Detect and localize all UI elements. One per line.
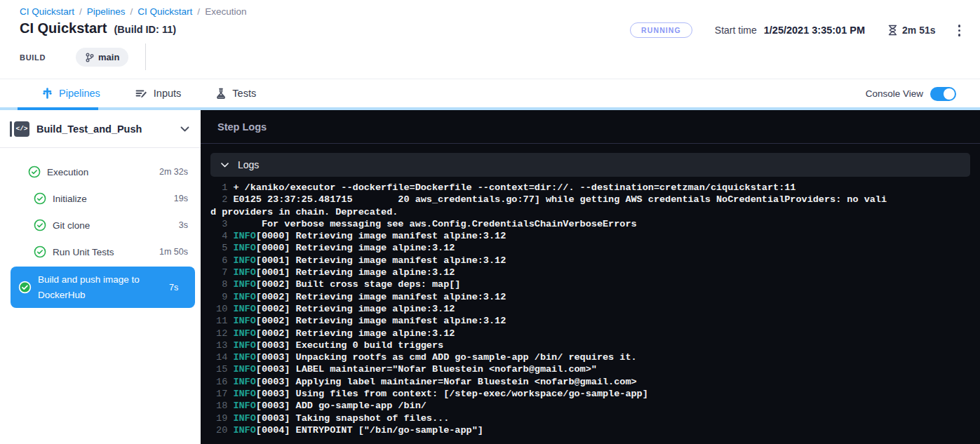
log-line-number: 5 (210, 243, 233, 253)
step-label: Git clone (53, 220, 173, 231)
inputs-icon (135, 88, 147, 99)
console-view-label: Console View (866, 88, 923, 99)
breadcrumb-separator: / (192, 6, 205, 17)
page-title: CI Quickstart (20, 20, 107, 36)
log-line: 15 INFO[0003] LABEL maintainer="Nofar Bl… (210, 363, 970, 375)
step-logs-panel: Step Logs Logs 1 + /kaniko/executor --do… (201, 110, 980, 444)
build-section-label: BUILD (20, 53, 46, 62)
log-line-number: 3 (210, 219, 233, 229)
header-divider (145, 43, 146, 70)
log-line-number: 1 (210, 182, 233, 193)
hourglass-icon (887, 25, 898, 36)
log-line: 20 INFO[0004] ENTRYPOINT ["/bin/go-sampl… (210, 424, 970, 436)
log-line: 13 INFO[0003] Executing 0 build triggers (210, 339, 970, 351)
tab-bar: Pipelines Inputs Tests Console View (0, 79, 980, 107)
step-logs-title: Step Logs (217, 121, 267, 133)
tab-inputs[interactable]: Inputs (135, 88, 182, 99)
breadcrumb-item[interactable]: CI Quickstart (137, 6, 192, 17)
log-line-number: 20 (210, 425, 233, 436)
tab-label: Inputs (154, 88, 182, 99)
log-line: 17 INFO[0003] Using files from context: … (210, 388, 970, 400)
success-check-icon (34, 219, 46, 231)
log-line: 8 INFO[0002] Built cross stage deps: map… (210, 278, 970, 290)
breadcrumb-item[interactable]: Pipelines (87, 6, 126, 17)
log-line-number: 7 (210, 267, 233, 278)
elapsed-time: 2m 51s (902, 25, 935, 36)
pipeline-step[interactable]: Run Unit Tests1m 50s (0, 238, 201, 265)
log-line: 5 INFO[0000] Retrieving image alpine:3.1… (210, 242, 970, 254)
log-line: 12 INFO[0002] Retrieving image alpine:3.… (210, 328, 970, 339)
chevron-down-icon[interactable] (180, 126, 189, 132)
pipeline-step[interactable]: Initialize19s (0, 185, 201, 212)
stage-header[interactable]: </> Build_Test_and_Push (0, 110, 201, 148)
breadcrumb-separator: / (126, 6, 138, 17)
toggle-knob (944, 88, 955, 100)
pipeline-step[interactable]: Execution2m 32s (0, 159, 201, 185)
log-line-number: 18 (210, 401, 233, 411)
log-content: Logs 1 + /kaniko/executor --dockerfile=D… (201, 144, 980, 444)
step-duration: 7s (169, 283, 178, 292)
pipeline-sidebar: </> Build_Test_and_Push Execution2m 32sI… (0, 110, 201, 444)
step-logs-header: Step Logs (201, 110, 980, 144)
code-stage-icon: </> (14, 121, 29, 137)
log-line-number: 19 (210, 413, 233, 424)
pipeline-icon (42, 88, 53, 99)
breadcrumb-item[interactable]: CI Quickstart (20, 6, 74, 17)
tab-tests[interactable]: Tests (216, 88, 256, 99)
status-badge: RUNNING (630, 22, 692, 38)
log-line: 18 INFO[0003] ADD go-sample-app /bin/ (210, 400, 970, 412)
branch-name: main (98, 52, 119, 62)
breadcrumb-separator: / (74, 6, 87, 17)
log-line: 16 INFO[0003] Applying label maintainer=… (210, 376, 970, 388)
log-line-number: 12 (210, 328, 233, 339)
git-branch-icon (85, 53, 94, 62)
step-duration: 19s (174, 194, 188, 203)
start-time-value: 1/25/2021 3:35:01 PM (764, 25, 865, 36)
success-check-icon (18, 281, 32, 294)
page-header: CI Quickstart / Pipelines / CI Quickstar… (0, 0, 980, 79)
build-id-label: (Build ID: 11) (114, 24, 176, 35)
step-label: Initialize (53, 194, 168, 204)
tab-label: Tests (232, 88, 256, 99)
step-label: Execution (47, 167, 153, 177)
step-duration: 3s (179, 220, 188, 230)
log-line: 9 INFO[0002] Retrieving image manifest a… (210, 291, 970, 303)
log-line-number: 17 (210, 389, 233, 399)
console-view-toggle[interactable] (930, 87, 956, 101)
start-time-label: Start time (715, 25, 757, 36)
log-line-number: 16 (210, 377, 233, 387)
log-line-number: 6 (210, 255, 233, 266)
tab-pipelines[interactable]: Pipelines (42, 88, 100, 99)
log-line-number: 11 (210, 316, 233, 326)
step-label: Run Unit Tests (53, 247, 153, 257)
stage-name: Build_Test_and_Push (36, 123, 180, 135)
success-check-icon (34, 192, 46, 205)
log-lines: 1 + /kaniko/executor --dockerfile=Docker… (210, 182, 970, 436)
log-line-number: 2 (210, 194, 233, 205)
tab-label: Pipelines (59, 88, 100, 99)
chevron-down-icon (221, 163, 229, 168)
breadcrumb-item-current: Execution (205, 6, 246, 17)
log-line-number: 8 (210, 279, 233, 290)
success-check-icon (34, 245, 46, 258)
pipeline-step[interactable]: Git clone3s (0, 212, 201, 238)
kebab-menu-icon[interactable] (954, 22, 965, 39)
logs-section-toggle[interactable]: Logs (210, 153, 970, 177)
breadcrumb: CI Quickstart / Pipelines / CI Quickstar… (20, 6, 246, 17)
log-line-number: 4 (210, 231, 233, 241)
log-line: 10 INFO[0002] Retrieving image alpine:3.… (210, 303, 970, 315)
step-label: Build and push image to DockerHub (38, 272, 163, 302)
log-line: 6 INFO[0001] Retrieving image manifest a… (210, 255, 970, 267)
log-line-number: 13 (210, 340, 233, 351)
log-line-number: 14 (210, 352, 233, 363)
log-line: 3 For verbose messaging see aws.Config.C… (210, 218, 970, 230)
log-line-number: 15 (210, 364, 233, 375)
success-check-icon (28, 166, 41, 178)
log-line: 7 INFO[0001] Retrieving image alpine:3.1… (210, 267, 970, 278)
log-line: 19 INFO[0003] Taking snapshot of files..… (210, 412, 970, 424)
logs-section-title: Logs (238, 159, 259, 170)
step-duration: 1m 50s (159, 247, 188, 257)
log-line: 2 E0125 23:37:25.481715 20 aws_credentia… (210, 194, 970, 218)
pipeline-step[interactable]: Build and push image to DockerHub7s (11, 267, 195, 308)
branch-chip[interactable]: main (76, 48, 128, 67)
